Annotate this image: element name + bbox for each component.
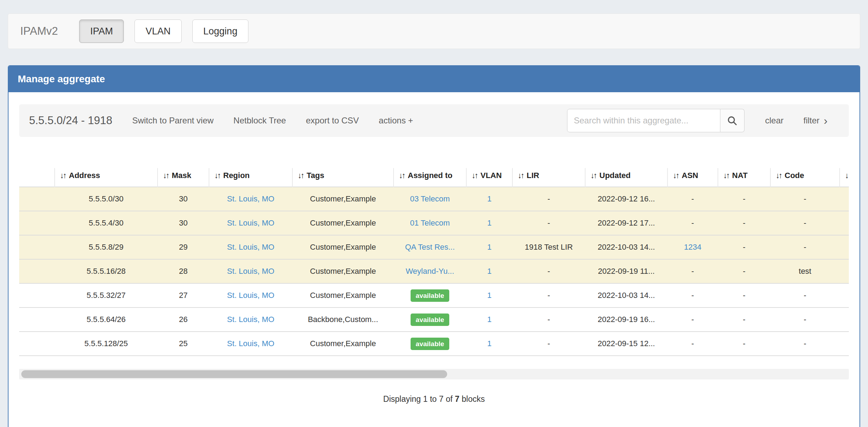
column-header-label: VLAN — [480, 171, 502, 180]
horizontal-scrollbar-thumb[interactable] — [21, 370, 447, 378]
column-header-assigned-to[interactable]: ↓↑Assigned to — [394, 168, 466, 187]
vlan-link[interactable]: 1 — [487, 339, 491, 348]
sort-icon: ↓↑ — [518, 171, 523, 180]
cell-code: - — [770, 187, 840, 211]
row-expander-cell — [19, 211, 55, 235]
assigned-to-link[interactable]: QA Test Res... — [405, 243, 455, 251]
region-link[interactable]: St. Louis, MO — [227, 218, 274, 227]
cell-address: 5.5.5.0/30 — [55, 187, 158, 211]
filter-link[interactable]: filter › — [803, 115, 828, 126]
column-header-region[interactable]: ↓↑Region — [209, 168, 292, 187]
status-badge-available: available — [411, 314, 449, 326]
column-header-label: Mask — [172, 171, 191, 180]
column-header-label: Tags — [307, 171, 324, 180]
region-link[interactable]: St. Louis, MO — [227, 315, 274, 324]
cell-updated: 2022-09-12 17... — [585, 211, 668, 235]
cell-code: - — [770, 332, 840, 356]
table-row[interactable]: 5.5.5.16/2828St. Louis, MOCustomer,Examp… — [19, 259, 849, 283]
cell-mask: 28 — [158, 259, 209, 283]
region-link[interactable]: St. Louis, MO — [227, 339, 274, 348]
cell-lir: - — [512, 187, 585, 211]
tab-logging[interactable]: Logging — [192, 20, 248, 43]
column-header-asn[interactable]: ↓↑ASN — [668, 168, 718, 187]
column-header-label: Updated — [599, 171, 631, 180]
cell-address: 5.5.5.128/25 — [55, 332, 158, 356]
cell-assigned-to: 03 Telecom — [394, 187, 466, 211]
region-link[interactable]: St. Louis, MO — [227, 194, 274, 203]
column-header-updated[interactable]: ↓↑Updated — [585, 168, 668, 187]
column-header-label: LIR — [527, 171, 539, 180]
search-group — [567, 109, 745, 132]
vlan-link[interactable]: 1 — [487, 315, 491, 324]
table-row[interactable]: 5.5.5.32/2727St. Louis, MOCustomer,Examp… — [19, 283, 849, 307]
cell-nat: - — [718, 259, 770, 283]
table-row[interactable]: 5.5.5.64/2626St. Louis, MOBackbone,Custo… — [19, 307, 849, 332]
table-row[interactable]: 5.5.5.0/3030St. Louis, MOCustomer,Exampl… — [19, 187, 849, 211]
row-expander-cell — [19, 283, 55, 307]
actions-menu-link[interactable]: actions + — [379, 116, 413, 126]
aggregate-toolbar: 5.5.5.0/24 - 1918 Switch to Parent view … — [19, 104, 849, 137]
cell-region: St. Louis, MO — [209, 211, 292, 235]
assigned-to-link[interactable]: Weyland-Yu... — [406, 267, 454, 276]
column-header-vlan[interactable]: ↓↑VLAN — [466, 168, 512, 187]
column-header-nat[interactable]: ↓↑NAT — [718, 168, 770, 187]
horizontal-scrollbar-track[interactable] — [19, 369, 849, 379]
cell-lir: 1918 Test LIR — [512, 235, 585, 259]
cell-assigned-to: available — [394, 307, 466, 332]
cell-mask: 25 — [158, 332, 209, 356]
sort-icon: ↓↑ — [214, 171, 220, 180]
filter-link-label: filter — [803, 116, 819, 126]
cell-nat: - — [718, 307, 770, 332]
cell-tags: Customer,Example — [292, 283, 394, 307]
cell-updated: 2022-09-19 16... — [585, 307, 668, 332]
switch-parent-view-link[interactable]: Switch to Parent view — [132, 116, 213, 126]
cell-updated: 2022-10-03 14... — [585, 283, 668, 307]
vlan-link[interactable]: 1 — [487, 291, 491, 300]
vlan-link[interactable]: 1 — [487, 194, 491, 203]
cell-asn: - — [668, 211, 718, 235]
cell-region: St. Louis, MO — [209, 235, 292, 259]
column-header-mask[interactable]: ↓↑Mask — [158, 168, 209, 187]
cell-mask: 26 — [158, 307, 209, 332]
table-row[interactable]: 5.5.5.8/2929St. Louis, MOCustomer,Exampl… — [19, 235, 849, 259]
column-header-code[interactable]: ↓↑Code — [770, 168, 840, 187]
column-header-lir[interactable]: ↓↑LIR — [512, 168, 585, 187]
row-expander-cell — [19, 187, 55, 211]
cell-code: - — [770, 283, 840, 307]
cell-code: - — [770, 235, 840, 259]
tab-vlan[interactable]: VLAN — [134, 20, 182, 43]
vlan-link[interactable]: 1 — [487, 218, 491, 227]
region-link[interactable]: St. Louis, MO — [227, 291, 274, 300]
cell-asn: - — [668, 259, 718, 283]
netblock-tree-link[interactable]: Netblock Tree — [234, 116, 286, 126]
search-input[interactable] — [567, 109, 720, 132]
vlan-link[interactable]: 1 — [487, 267, 491, 276]
region-link[interactable]: St. Louis, MO — [227, 243, 274, 251]
table-row[interactable]: 5.5.5.128/2525St. Louis, MOCustomer,Exam… — [19, 332, 849, 356]
cell-updated: 2022-09-12 16... — [585, 187, 668, 211]
aggregate-title: 5.5.5.0/24 - 1918 — [29, 114, 112, 127]
sort-icon: ↓↑ — [298, 171, 303, 180]
export-csv-link[interactable]: export to CSV — [306, 116, 359, 126]
table-row[interactable]: 5.5.5.4/3030St. Louis, MOCustomer,Exampl… — [19, 211, 849, 235]
column-header-tags[interactable]: ↓↑Tags — [292, 168, 394, 187]
cell-asn: - — [668, 332, 718, 356]
pagination-status-suffix: blocks — [460, 394, 485, 404]
vlan-link[interactable]: 1 — [487, 243, 491, 251]
cell-mask: 29 — [158, 235, 209, 259]
clear-link[interactable]: clear — [765, 116, 784, 126]
row-expander-cell — [19, 332, 55, 356]
column-header-label: NAT — [732, 171, 748, 180]
cell-region: St. Louis, MO — [209, 307, 292, 332]
region-link[interactable]: St. Louis, MO — [227, 267, 274, 276]
assigned-to-link[interactable]: 03 Telecom — [410, 194, 450, 203]
tab-ipam[interactable]: IPAM — [79, 20, 124, 43]
search-button[interactable] — [720, 109, 745, 132]
cell-assigned-to: 01 Telecom — [394, 211, 466, 235]
column-header-address[interactable]: ↓↑Address — [55, 168, 158, 187]
assigned-to-link[interactable]: 01 Telecom — [410, 218, 450, 227]
column-header-clipped[interactable]: ↓↑ — [840, 168, 849, 187]
asn-link[interactable]: 1234 — [684, 243, 702, 251]
cell-address: 5.5.5.32/27 — [55, 283, 158, 307]
cell-lir: - — [512, 259, 585, 283]
